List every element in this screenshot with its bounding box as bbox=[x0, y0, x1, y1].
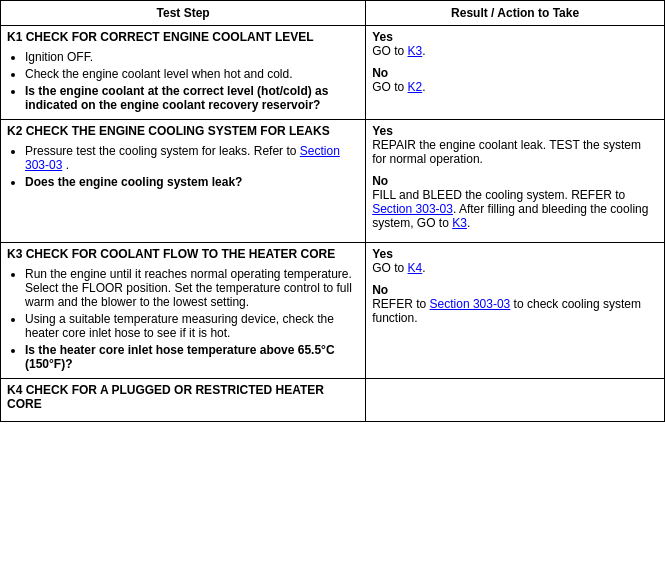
header-step: Test Step bbox=[1, 1, 366, 26]
step-title-k1: K1 CHECK FOR CORRECT ENGINE COOLANT LEVE… bbox=[7, 30, 359, 44]
result-block-k3-1: NoREFER to Section 303-03 to check cooli… bbox=[372, 283, 658, 325]
list-item: Ignition OFF. bbox=[25, 50, 359, 64]
step-cell-k1: K1 CHECK FOR CORRECT ENGINE COOLANT LEVE… bbox=[1, 26, 366, 120]
result-block-k2-0: YesREPAIR the engine coolant leak. TEST … bbox=[372, 124, 658, 166]
bullet-list-k3: Run the engine until it reaches normal o… bbox=[25, 267, 359, 371]
result-link2[interactable]: K3 bbox=[452, 216, 467, 230]
step-cell-k2: K2 CHECK THE ENGINE COOLING SYSTEM FOR L… bbox=[1, 120, 366, 243]
list-item: Check the engine coolant level when hot … bbox=[25, 67, 359, 81]
list-item: Is the engine coolant at the correct lev… bbox=[25, 84, 359, 112]
result-link[interactable]: K3 bbox=[408, 44, 423, 58]
table-row: K2 CHECK THE ENGINE COOLING SYSTEM FOR L… bbox=[1, 120, 665, 243]
step-title-k4: K4 CHECK FOR A PLUGGED OR RESTRICTED HEA… bbox=[7, 383, 359, 411]
list-item: Run the engine until it reaches normal o… bbox=[25, 267, 359, 309]
list-item: Using a suitable temperature measuring d… bbox=[25, 312, 359, 340]
result-label: No bbox=[372, 174, 388, 188]
diagnostic-table: Test Step Result / Action to Take K1 CHE… bbox=[0, 0, 665, 422]
result-link[interactable]: K2 bbox=[408, 80, 423, 94]
result-link[interactable]: Section 303-03 bbox=[372, 202, 453, 216]
result-block-k3-0: YesGO to K4. bbox=[372, 247, 658, 275]
result-cell-k2: YesREPAIR the engine coolant leak. TEST … bbox=[366, 120, 665, 243]
result-label: No bbox=[372, 66, 388, 80]
result-block-k1-1: NoGO to K2. bbox=[372, 66, 658, 94]
step-title-k2: K2 CHECK THE ENGINE COOLING SYSTEM FOR L… bbox=[7, 124, 359, 138]
table-row: K4 CHECK FOR A PLUGGED OR RESTRICTED HEA… bbox=[1, 379, 665, 422]
list-item: Does the engine cooling system leak? bbox=[25, 175, 359, 189]
result-label: No bbox=[372, 283, 388, 297]
header-result: Result / Action to Take bbox=[366, 1, 665, 26]
step-cell-k4: K4 CHECK FOR A PLUGGED OR RESTRICTED HEA… bbox=[1, 379, 366, 422]
result-cell-k1: YesGO to K3.NoGO to K2. bbox=[366, 26, 665, 120]
step-cell-k3: K3 CHECK FOR COOLANT FLOW TO THE HEATER … bbox=[1, 243, 366, 379]
list-item: Pressure test the cooling system for lea… bbox=[25, 144, 359, 172]
result-label: Yes bbox=[372, 30, 393, 44]
link-Section303-03[interactable]: Section 303-03 bbox=[25, 144, 340, 172]
result-label: Yes bbox=[372, 247, 393, 261]
result-block-k1-0: YesGO to K3. bbox=[372, 30, 658, 58]
result-label: Yes bbox=[372, 124, 393, 138]
list-item: Is the heater core inlet hose temperatur… bbox=[25, 343, 359, 371]
result-cell-k4 bbox=[366, 379, 665, 422]
table-row: K1 CHECK FOR CORRECT ENGINE COOLANT LEVE… bbox=[1, 26, 665, 120]
step-title-k3: K3 CHECK FOR COOLANT FLOW TO THE HEATER … bbox=[7, 247, 359, 261]
result-block-k2-1: NoFILL and BLEED the cooling system. REF… bbox=[372, 174, 658, 230]
result-cell-k3: YesGO to K4.NoREFER to Section 303-03 to… bbox=[366, 243, 665, 379]
table-row: K3 CHECK FOR COOLANT FLOW TO THE HEATER … bbox=[1, 243, 665, 379]
result-link[interactable]: K4 bbox=[408, 261, 423, 275]
bullet-list-k1: Ignition OFF.Check the engine coolant le… bbox=[25, 50, 359, 112]
result-link[interactable]: Section 303-03 bbox=[430, 297, 511, 311]
bullet-list-k2: Pressure test the cooling system for lea… bbox=[25, 144, 359, 189]
